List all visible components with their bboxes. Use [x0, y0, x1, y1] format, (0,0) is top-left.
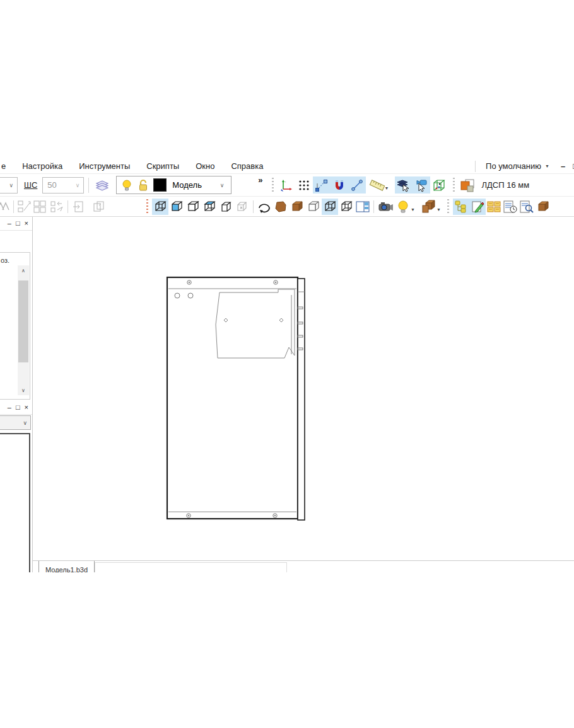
select-layers-icon[interactable]	[395, 176, 413, 194]
lightbulb-icon[interactable]	[119, 177, 135, 194]
menu-item-scripts[interactable]: Скрипты	[138, 159, 187, 173]
shaded-render-icon[interactable]	[272, 199, 289, 215]
history-list-icon[interactable]	[502, 199, 518, 215]
wireframe-render-2-icon[interactable]	[338, 199, 354, 215]
disabled-curve-icon[interactable]	[0, 199, 11, 215]
parts-list: оз. ∧ ∨	[0, 252, 30, 400]
profile-dropdown[interactable]: По умолчанию ▼	[481, 160, 554, 172]
rotate-view-icon[interactable]	[256, 199, 272, 215]
scroll-up-icon[interactable]: ∧	[18, 265, 29, 275]
toolbar-separator	[88, 178, 89, 193]
light-icon[interactable]	[394, 198, 412, 215]
clipped-cube-icon[interactable]	[535, 199, 551, 215]
toolbar-separator	[373, 200, 374, 213]
search-list-icon[interactable]	[518, 199, 535, 215]
disabled-cube-arrows-icon[interactable]	[234, 199, 250, 215]
panel1-header: – □ ×	[0, 217, 32, 231]
coordinate-axes-icon[interactable]: '	[278, 176, 295, 194]
parts-list-scrollbar[interactable]: ∧ ∨	[18, 265, 29, 395]
tab-model1[interactable]: Модель1.b3d	[38, 561, 95, 572]
panel2-content[interactable]	[0, 433, 30, 572]
chevron-down-icon: ▼	[545, 164, 549, 168]
document-tab-bar: Модель1.b3d	[33, 560, 574, 572]
solid-cube-render-icon[interactable]	[289, 199, 305, 215]
toolbar-separator	[67, 200, 68, 213]
color-swatch[interactable]	[153, 178, 167, 192]
toolbar-grip	[453, 178, 455, 193]
panel2-close-button[interactable]: ×	[25, 404, 28, 411]
toolbar-grip	[272, 178, 274, 193]
view-cube-3d-icon[interactable]	[430, 176, 448, 194]
wireframe-view-icon[interactable]	[152, 199, 168, 215]
panel2-combo[interactable]: ∨	[0, 415, 31, 430]
render-dropdown-caret[interactable]: ▼	[436, 207, 441, 212]
drawing-canvas[interactable]: Модель1.b3d	[33, 217, 574, 572]
grid-snap-icon[interactable]	[295, 176, 313, 194]
toolbar-separator	[13, 200, 14, 213]
maximize-button[interactable]: □	[571, 161, 574, 171]
panel2-minimize-button[interactable]: –	[8, 404, 11, 411]
toolbar-separator	[253, 200, 254, 213]
light-dropdown-caret[interactable]: ▼	[411, 207, 415, 212]
hidden-line-view-icon[interactable]	[185, 199, 201, 215]
chevron-down-icon: ∨	[5, 182, 17, 188]
white-cube-render-icon[interactable]	[305, 199, 322, 215]
disabled-import-icon[interactable]	[71, 199, 87, 215]
ortho-mode-icon[interactable]	[313, 176, 331, 194]
display-settings-group: Модель ∨	[116, 176, 231, 194]
empty-tab-region	[95, 562, 287, 572]
ruler-icon[interactable]	[368, 176, 386, 194]
menu-item-settings[interactable]: Настройка	[14, 159, 71, 173]
camera-icon[interactable]	[377, 198, 394, 215]
chevron-down-icon: ∨	[23, 420, 30, 426]
main-toolbar: ∨ ШС 50 ∨ Модель ∨ » '	[0, 174, 574, 197]
ruler-dropdown-caret[interactable]: ▼	[385, 186, 389, 190]
disabled-align-icon[interactable]	[16, 199, 32, 215]
top-face-view-icon[interactable]	[201, 199, 218, 215]
menu-item-partial[interactable]: е	[0, 159, 14, 173]
edit-properties-icon[interactable]	[469, 199, 486, 215]
scroll-down-icon[interactable]: ∨	[18, 385, 29, 395]
panel1-close-button[interactable]: ×	[25, 220, 28, 227]
menu-item-window[interactable]: Окно	[187, 159, 223, 173]
disabled-distribute-icon[interactable]	[49, 199, 65, 215]
left-sidebar: – □ × оз. ∧ ∨ – □ × ∨	[0, 217, 33, 572]
disabled-copy-icon[interactable]	[91, 199, 107, 215]
view-toolbar: ▼ ▼	[0, 197, 574, 217]
render-materials-icon[interactable]	[420, 198, 438, 215]
structure-tree-icon[interactable]	[453, 199, 469, 215]
disabled-grid-cells-icon[interactable]	[32, 199, 49, 215]
menu-item-help[interactable]: Справка	[223, 159, 271, 173]
shs-value-combo[interactable]: 50 ∨	[42, 177, 84, 194]
scrollbar-thumb[interactable]	[18, 280, 28, 362]
material-label: ЛДСП 16 мм	[481, 180, 529, 190]
minimize-button[interactable]: –	[554, 161, 571, 171]
thin-cube-view-icon[interactable]	[218, 199, 234, 215]
material-icon[interactable]	[459, 176, 476, 194]
main-area: – □ × оз. ∧ ∨ – □ × ∨	[0, 217, 574, 572]
viewport-layout-icon[interactable]	[354, 199, 371, 215]
select-camera-icon[interactable]	[413, 176, 430, 194]
shs-value: 50	[47, 180, 56, 190]
parameters-grid-icon[interactable]	[486, 199, 502, 215]
wireframe-render-icon[interactable]	[322, 199, 338, 215]
magnet-snap-icon[interactable]	[331, 176, 348, 194]
layers-icon[interactable]	[93, 176, 111, 194]
menu-bar: е Настройка Инструменты Скрипты Окно Спр…	[0, 159, 574, 174]
panel1-maximize-button[interactable]: □	[16, 220, 20, 227]
panel2-maximize-button[interactable]: □	[16, 404, 20, 411]
menu-item-tools[interactable]: Инструменты	[71, 159, 138, 173]
chevron-down-icon: ∨	[72, 182, 84, 188]
mode-combo[interactable]: Модель ∨	[168, 177, 229, 193]
panel1-minimize-button[interactable]: –	[8, 220, 11, 227]
position-column-header: оз.	[0, 253, 30, 265]
more-tools-button[interactable]: »	[258, 175, 262, 185]
layer-combo[interactable]: ∨	[0, 177, 18, 194]
mode-value: Модель	[172, 180, 202, 190]
lock-icon[interactable]	[135, 177, 151, 194]
menubar-separator	[475, 161, 476, 172]
front-face-view-icon[interactable]	[168, 199, 185, 215]
application-window: е Настройка Инструменты Скрипты Окно Спр…	[0, 159, 574, 572]
segment-snap-icon[interactable]	[348, 176, 366, 194]
toolbar-grip	[146, 199, 148, 214]
